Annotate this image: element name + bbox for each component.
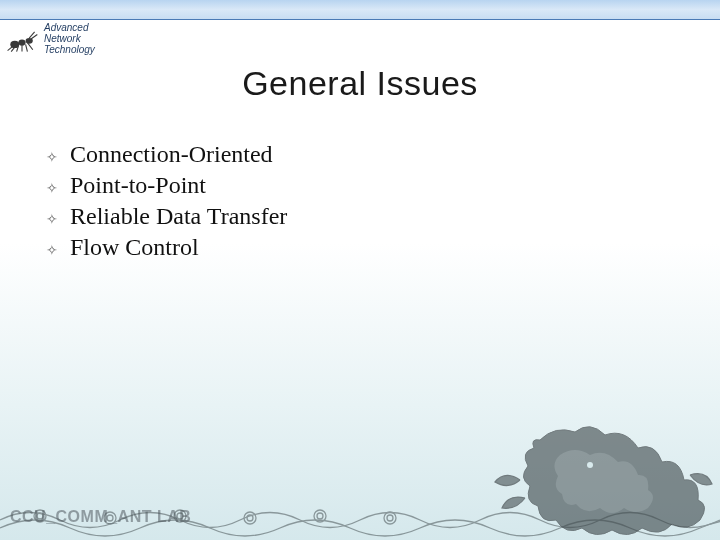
list-item: ✧ Point-to-Point xyxy=(46,172,720,199)
list-item: ✧ Connection-Oriented xyxy=(46,141,720,168)
logo-line-2: Network xyxy=(44,33,95,44)
bullet-text: Connection-Oriented xyxy=(70,141,273,168)
svg-line-8 xyxy=(26,44,28,51)
window-titlebar xyxy=(0,0,720,20)
svg-line-9 xyxy=(27,42,32,49)
page-title: General Issues xyxy=(0,64,720,103)
svg-point-21 xyxy=(384,512,396,524)
bullet-text: Point-to-Point xyxy=(70,172,206,199)
footer-label: CCU_COMM_ANT LAB xyxy=(10,508,191,526)
bullet-icon: ✧ xyxy=(46,242,70,258)
svg-point-20 xyxy=(317,513,323,519)
svg-point-18 xyxy=(247,515,253,521)
bullet-text: Flow Control xyxy=(70,234,199,261)
bullet-text: Reliable Data Transfer xyxy=(70,203,287,230)
list-item: ✧ Reliable Data Transfer xyxy=(46,203,720,230)
svg-point-19 xyxy=(314,510,326,522)
bullet-icon: ✧ xyxy=(46,211,70,227)
svg-point-22 xyxy=(387,515,393,521)
logo-text: Advanced Network Technology xyxy=(44,22,95,55)
svg-point-1 xyxy=(18,39,25,45)
bullet-icon: ✧ xyxy=(46,180,70,196)
logo-line-3: Technology xyxy=(44,44,95,55)
list-item: ✧ Flow Control xyxy=(46,234,720,261)
svg-point-17 xyxy=(244,512,256,524)
svg-point-23 xyxy=(587,462,593,468)
logo: Advanced Network Technology xyxy=(4,22,95,55)
bullet-list: ✧ Connection-Oriented ✧ Point-to-Point ✧… xyxy=(46,141,720,261)
bullet-icon: ✧ xyxy=(46,149,70,165)
logo-line-1: Advanced xyxy=(44,22,95,33)
ant-icon xyxy=(4,24,40,54)
